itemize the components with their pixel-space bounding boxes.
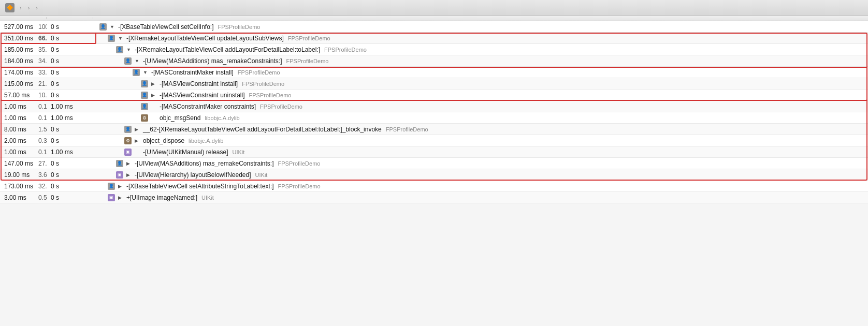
- cell-weight: 3.00 ms0.5%: [0, 193, 47, 202]
- library-name: UIKit: [255, 172, 268, 178]
- weight-pct: 1.5%: [38, 126, 47, 133]
- table-row[interactable]: 147.00 ms27.8%0 s👤▶-[UIView(MASAdditions…: [0, 158, 868, 169]
- table-row[interactable]: 19.00 ms3.6%0 s▣▶-[UIView(Hierarchy) lay…: [0, 169, 868, 181]
- column-headers: [0, 16, 868, 21]
- table-row[interactable]: 174.00 ms33.0%0 s👤▼-[MASConstraintMaker …: [0, 67, 868, 78]
- library-name: UIKit: [233, 149, 245, 155]
- expand-icon[interactable]: ▶: [126, 161, 132, 166]
- table-row[interactable]: 527.00 ms100.0%0 s👤▼-[XBaseTableViewCell…: [0, 21, 868, 33]
- symbol-name: __62-[XRemakeLayoutTableViewCell addLayo…: [143, 126, 382, 133]
- expand-icon[interactable]: ▶: [151, 81, 156, 86]
- cell-symbol[interactable]: 👤▶__62-[XRemakeLayoutTableViewCell addLa…: [93, 125, 140, 134]
- collapse-icon[interactable]: ▼: [143, 70, 148, 75]
- expand-icon[interactable]: ▶: [118, 195, 123, 200]
- cell-weight: 1.00 ms0.1%: [0, 102, 47, 111]
- weight-value: 115.00 ms: [4, 80, 36, 87]
- user-icon: 👤: [141, 80, 148, 87]
- cell-symbol[interactable]: 👤-[MASConstraintMaker constraints]FPSPro…: [93, 102, 140, 111]
- table-row[interactable]: 173.00 ms32.8%0 s👤▶-[XBaseTableViewCell …: [0, 181, 868, 192]
- col-self-weight[interactable]: [47, 17, 93, 19]
- expand-icon[interactable]: ▶: [126, 172, 132, 177]
- library-name: FPSProfileDemo: [324, 47, 367, 53]
- user-icon: 👤: [141, 103, 148, 110]
- symbol-name: -[XBaseTableViewCell setAttributeStringT…: [126, 183, 274, 190]
- weight-pct: 3.6%: [38, 171, 47, 179]
- table-row[interactable]: 185.00 ms35.1%0 s👤▼-[XRemakeLayoutTableV…: [0, 44, 868, 55]
- cell-symbol[interactable]: ▣-[UIView(UIKitManual) release]UIKit: [93, 147, 140, 157]
- col-weight[interactable]: [0, 17, 47, 19]
- cell-weight: 1.00 ms0.1%: [0, 113, 47, 123]
- col-spacer: [140, 17, 868, 19]
- library-name: FPSProfileDemo: [249, 92, 292, 98]
- library-name: FPSProfileDemo: [278, 160, 321, 167]
- expand-icon[interactable]: ▶: [135, 138, 140, 143]
- symbol-name: -[XRemakeLayoutTableViewCell addLayoutFo…: [135, 46, 320, 53]
- weight-pct: 100.0%: [38, 23, 47, 31]
- cell-symbol[interactable]: ▣▶-[UIView(Hierarchy) layoutBelowIfNeede…: [93, 170, 140, 180]
- library-name: UIKit: [201, 195, 214, 201]
- user-icon: 👤: [133, 69, 140, 76]
- cell-weight: 527.00 ms100.0%: [0, 22, 47, 32]
- weight-pct: 10.8%: [38, 92, 47, 99]
- library-name: libobjc.A.dylib: [205, 115, 239, 121]
- collapse-icon[interactable]: ▼: [110, 24, 115, 29]
- cell-self-weight: 0 s: [47, 79, 93, 88]
- expand-icon[interactable]: ▶: [151, 93, 156, 98]
- collapse-icon[interactable]: ▼: [118, 36, 123, 41]
- cell-weight: 351.00 ms66.6%: [0, 34, 47, 43]
- cell-self-weight: 1.00 ms: [47, 113, 93, 123]
- collapse-icon[interactable]: ▼: [126, 47, 132, 52]
- cell-symbol[interactable]: 👤▼-[MASConstraintMaker install]FPSProfil…: [93, 68, 140, 77]
- weight-pct: 27.8%: [38, 160, 47, 167]
- cell-symbol[interactable]: 👤▼-[XRemakeLayoutTableViewCell updateLay…: [93, 34, 140, 43]
- user-icon: 👤: [108, 35, 115, 42]
- weight-value: 147.00 ms: [4, 160, 36, 167]
- table-row[interactable]: 184.00 ms34.9%0 s👤▼-[UIView(MASAdditions…: [0, 55, 868, 67]
- cell-symbol[interactable]: ▣▶+[UIImage imageNamed:]UIKit: [93, 193, 140, 202]
- cell-symbol[interactable]: 👤▶-[XBaseTableViewCell setAttributeStrin…: [93, 182, 140, 191]
- library-name: FPSProfileDemo: [386, 126, 428, 132]
- symbol-name: -[MASConstraintMaker install]: [151, 69, 234, 76]
- table-row[interactable]: 1.00 ms0.1%1.00 ms⚙objc_msgSendlibobjc.A…: [0, 112, 868, 124]
- weight-value: 2.00 ms: [4, 137, 36, 144]
- weight-pct: 66.6%: [38, 35, 47, 42]
- table-row[interactable]: 8.00 ms1.5%0 s👤▶__62-[XRemakeLayoutTable…: [0, 124, 868, 135]
- library-name: FPSProfileDemo: [286, 58, 329, 64]
- expand-icon[interactable]: ▶: [118, 184, 123, 189]
- cell-self-weight: 0 s: [47, 56, 93, 66]
- cell-weight: 8.00 ms1.5%: [0, 125, 47, 134]
- cell-symbol[interactable]: 👤▼-[XRemakeLayoutTableViewCell addLayout…: [93, 45, 140, 54]
- user-icon: 👤: [124, 57, 132, 65]
- cell-self-weight: 0 s: [47, 45, 93, 54]
- symbol-name: -[UIView(UIKitManual) release]: [143, 149, 228, 156]
- cell-weight: 173.00 ms32.8%: [0, 182, 47, 191]
- table-row[interactable]: 57.00 ms10.8%0 s👤▶-[MASViewConstraint un…: [0, 90, 868, 101]
- cell-self-weight: 0 s: [47, 125, 93, 134]
- cell-symbol[interactable]: 👤▶-[UIView(MASAdditions) mas_remakeConst…: [93, 159, 140, 168]
- table-row[interactable]: 2.00 ms0.3%0 s⚙▶object_disposelibobjc.A.…: [0, 135, 868, 146]
- table-row[interactable]: 3.00 ms0.5%0 s▣▶+[UIImage imageNamed:]UI…: [0, 192, 868, 203]
- library-name: FPSProfileDemo: [242, 81, 284, 87]
- symbol-name: -[MASViewConstraint install]: [160, 80, 238, 87]
- weight-pct: 34.9%: [38, 57, 47, 65]
- cell-symbol[interactable]: ⚙objc_msgSendlibobjc.A.dylib: [93, 113, 140, 123]
- cell-self-weight: 0 s: [47, 159, 93, 168]
- cell-symbol[interactable]: 👤▶-[MASViewConstraint uninstall]FPSProfi…: [93, 91, 140, 100]
- user-icon: 👤: [99, 23, 107, 31]
- collapse-icon[interactable]: ▼: [135, 58, 140, 64]
- expand-icon[interactable]: ▶: [135, 127, 140, 132]
- cell-self-weight: 0 s: [47, 182, 93, 191]
- symbol-name: +[UIImage imageNamed:]: [126, 194, 197, 201]
- table-row[interactable]: 1.00 ms0.1%1.00 ms▣-[UIView(UIKitManual)…: [0, 146, 868, 158]
- cell-self-weight: 0 s: [47, 91, 93, 100]
- cell-symbol[interactable]: 👤▶-[MASViewConstraint install]FPSProfile…: [93, 79, 140, 88]
- cell-symbol[interactable]: ⚙▶object_disposelibobjc.A.dylib: [93, 136, 140, 145]
- weight-value: 57.00 ms: [4, 92, 36, 99]
- cell-symbol[interactable]: 👤▼-[UIView(MASAdditions) mas_remakeConst…: [93, 56, 140, 66]
- cell-symbol[interactable]: 👤▼-[XBaseTableViewCell setCellInfo:]FPSP…: [93, 22, 140, 32]
- table-row[interactable]: 1.00 ms0.1%1.00 ms👤-[MASConstraintMaker …: [0, 101, 868, 112]
- table-row[interactable]: 351.00 ms66.6%0 s👤▼-[XRemakeLayoutTableV…: [0, 33, 868, 44]
- table-row[interactable]: 115.00 ms21.8%0 s👤▶-[MASViewConstraint i…: [0, 78, 868, 90]
- framework-icon: ▣: [116, 171, 123, 179]
- cell-self-weight: 0 s: [47, 193, 93, 202]
